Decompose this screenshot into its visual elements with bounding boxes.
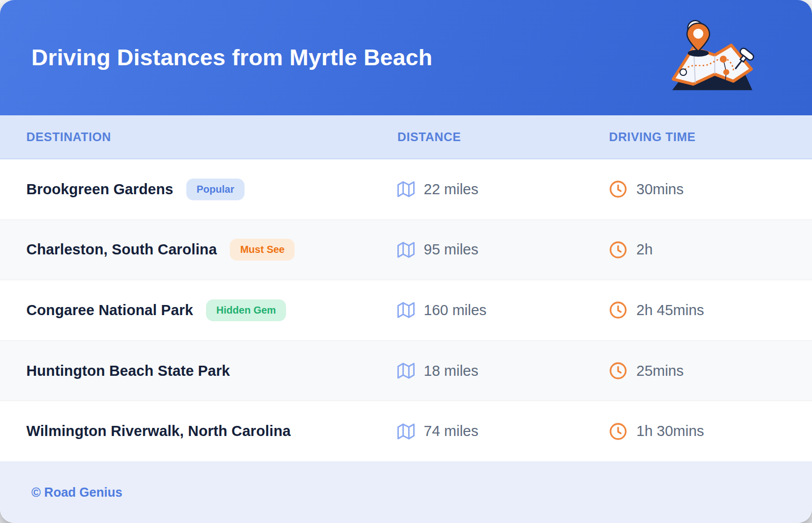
destination-name: Huntington Beach State Park <box>26 363 230 379</box>
map-route-illustration <box>667 18 757 98</box>
distance-cell: 74 miles <box>397 423 609 440</box>
status-badge: Popular <box>186 179 244 200</box>
driving-time-cell: 25mins <box>609 362 812 380</box>
destination-cell: Wilmington Riverwalk, North Carolina <box>26 423 397 440</box>
driving-time-cell: 2h 45mins <box>609 301 812 319</box>
distance-value: 74 miles <box>424 423 478 440</box>
distance-cell: 22 miles <box>397 181 609 198</box>
driving-time-value: 2h 45mins <box>636 302 704 319</box>
driving-time-cell: 30mins <box>609 180 812 198</box>
clock-icon <box>609 362 627 380</box>
driving-time-cell: 1h 30mins <box>609 422 812 441</box>
table-row: Huntington Beach State Park 18 miles 25m… <box>0 341 812 402</box>
table-body: Brookgreen Gardens Popular 22 miles 30mi… <box>0 159 812 461</box>
distance-value: 18 miles <box>424 363 478 379</box>
map-icon <box>397 181 415 198</box>
column-header-destination: DESTINATION <box>26 130 397 144</box>
table-header-row: DESTINATION DISTANCE DRIVING TIME <box>0 115 812 159</box>
map-icon <box>397 301 415 319</box>
destination-cell: Brookgreen Gardens Popular <box>26 179 397 200</box>
driving-time-value: 25mins <box>636 363 684 379</box>
clock-icon <box>609 301 627 319</box>
destination-cell: Charleston, South Carolina Must See <box>26 239 397 260</box>
distance-cell: 18 miles <box>397 362 609 379</box>
destination-cell: Huntington Beach State Park <box>26 363 397 379</box>
map-icon <box>397 362 415 379</box>
distance-cell: 160 miles <box>397 301 609 319</box>
map-icon <box>397 241 415 258</box>
status-badge: Hidden Gem <box>206 299 286 321</box>
distance-value: 160 miles <box>424 302 486 319</box>
clock-icon <box>609 180 627 198</box>
table-row: Brookgreen Gardens Popular 22 miles 30mi… <box>0 159 812 220</box>
destination-cell: Congaree National Park Hidden Gem <box>26 299 397 321</box>
driving-time-value: 2h <box>636 241 653 258</box>
status-badge: Must See <box>230 239 295 260</box>
header: Driving Distances from Myrtle Beach <box>0 0 812 115</box>
credit-text: © Road Genius <box>31 485 123 500</box>
table-row: Charleston, South Carolina Must See 95 m… <box>0 220 812 281</box>
table-row: Congaree National Park Hidden Gem 160 mi… <box>0 280 812 341</box>
driving-time-value: 1h 30mins <box>636 423 704 440</box>
driving-time-value: 30mins <box>636 181 684 198</box>
footer: © Road Genius <box>0 461 812 523</box>
distance-cell: 95 miles <box>397 241 609 258</box>
destination-name: Charleston, South Carolina <box>26 241 217 258</box>
destination-name: Brookgreen Gardens <box>26 181 173 198</box>
driving-time-cell: 2h <box>609 241 812 259</box>
destination-name: Wilmington Riverwalk, North Carolina <box>26 423 291 440</box>
driving-distances-card: Driving Distances from Myrtle Beach <box>0 0 812 523</box>
column-header-driving-time: DRIVING TIME <box>609 130 812 144</box>
page-title: Driving Distances from Myrtle Beach <box>31 45 432 71</box>
destination-name: Congaree National Park <box>26 302 193 319</box>
column-header-distance: DISTANCE <box>397 130 609 144</box>
map-icon <box>397 423 415 440</box>
table-row: Wilmington Riverwalk, North Carolina 74 … <box>0 401 812 461</box>
clock-icon <box>609 241 627 259</box>
distance-value: 95 miles <box>424 241 478 258</box>
distance-value: 22 miles <box>424 181 478 198</box>
clock-icon <box>609 422 627 441</box>
